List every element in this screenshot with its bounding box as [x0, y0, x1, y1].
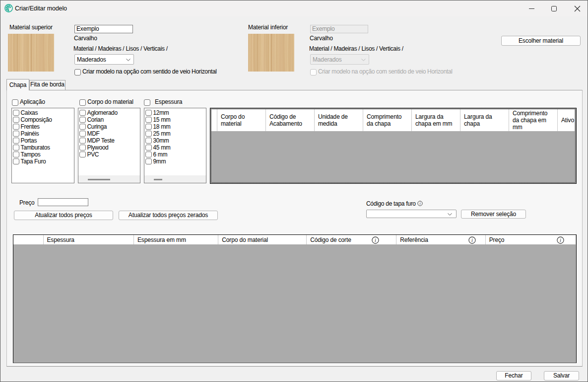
svg-text:i: i	[419, 201, 420, 206]
svg-text:i: i	[560, 237, 561, 243]
svg-text:i: i	[471, 237, 473, 243]
svg-text:i: i	[375, 237, 376, 243]
